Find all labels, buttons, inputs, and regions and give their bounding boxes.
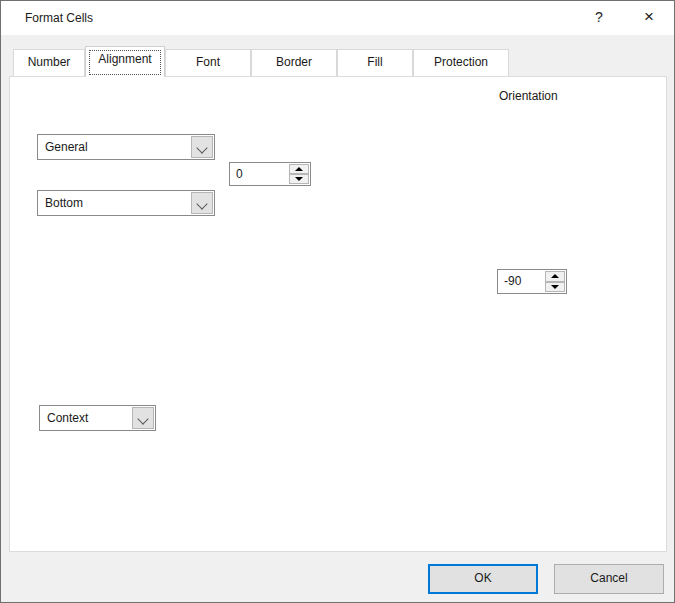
degrees-spin-up-button[interactable] (545, 271, 565, 282)
degrees-spinner[interactable]: -90 (497, 269, 567, 294)
orientation-group-label: Orientation (495, 89, 562, 103)
vertical-value: Bottom (45, 196, 83, 210)
close-icon[interactable]: × (629, 1, 669, 33)
horizontal-combobox[interactable]: General (37, 134, 215, 160)
arrow-down-icon (551, 285, 559, 289)
indent-spin-down-button[interactable] (289, 174, 309, 184)
chevron-down-icon (137, 413, 148, 424)
horizontal-dropdown-button[interactable] (191, 136, 213, 158)
arrow-up-icon (551, 274, 559, 278)
text-direction-combobox[interactable]: Context (39, 405, 156, 431)
tab-font[interactable]: Font (165, 49, 251, 76)
tab-border[interactable]: Border (251, 49, 337, 76)
vertical-dropdown-button[interactable] (191, 192, 213, 214)
indent-value: 0 (236, 167, 243, 181)
ok-button[interactable]: OK (428, 564, 538, 594)
tab-alignment[interactable]: Alignment (85, 46, 165, 77)
indent-spinner[interactable]: 0 (229, 162, 311, 186)
titlebar (1, 1, 674, 35)
text-direction-value: Context (47, 411, 88, 425)
dialog-title: Format Cells (25, 11, 93, 25)
degrees-spin-down-button[interactable] (545, 282, 565, 293)
tab-focus-rect (89, 50, 161, 75)
tab-number[interactable]: Number (13, 49, 85, 76)
format-cells-dialog: Format Cells ? × Number Alignment Font B… (0, 0, 675, 603)
horizontal-value: General (45, 140, 88, 154)
vertical-combobox[interactable]: Bottom (37, 190, 215, 216)
chevron-down-icon (196, 198, 207, 209)
tab-fill[interactable]: Fill (337, 49, 413, 76)
degrees-value: -90 (504, 274, 521, 288)
arrow-up-icon (295, 167, 303, 171)
text-direction-dropdown-button[interactable] (132, 407, 154, 429)
indent-spin-up-button[interactable] (289, 164, 309, 174)
help-icon[interactable]: ? (581, 1, 617, 33)
arrow-down-icon (295, 177, 303, 181)
tab-protection[interactable]: Protection (413, 49, 509, 76)
cancel-button[interactable]: Cancel (554, 564, 664, 594)
chevron-down-icon (196, 142, 207, 153)
